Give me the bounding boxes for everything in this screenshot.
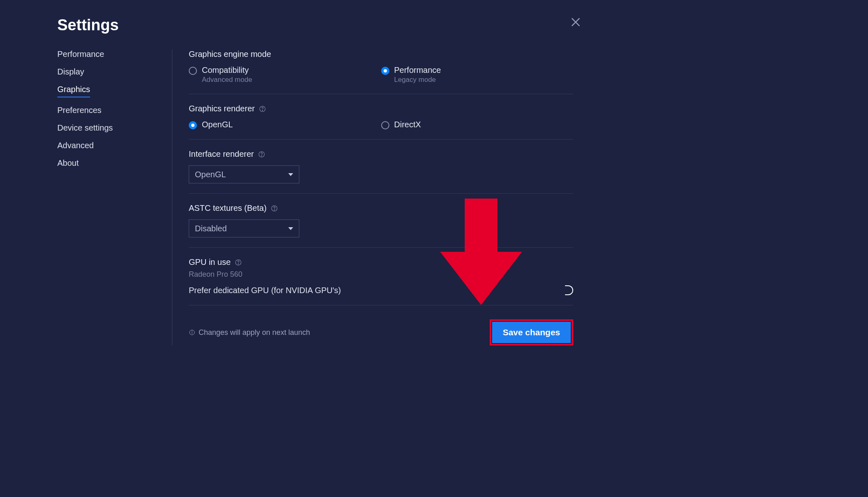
sidebar-item-performance[interactable]: Performance [57,50,104,59]
radio-label: OpenGL [202,120,233,129]
sidebar-item-graphics[interactable]: Graphics [57,85,90,97]
radio-icon [381,121,389,129]
help-icon[interactable] [235,259,242,266]
page-title: Settings [57,16,573,34]
section-gpu: GPU in use Radeon Pro 560 Prefer dedicat… [189,258,573,305]
section-interface-renderer: Interface renderer OpenGL [189,149,573,194]
annotation-highlight: Save changes [490,319,573,346]
astc-select[interactable]: Disabled [189,219,299,237]
footer-note-text: Changes will apply on next launch [199,328,310,337]
radio-label: Performance [394,66,441,75]
label: Graphics engine mode [189,50,271,59]
radio-option-directx[interactable]: DirectX [381,120,574,129]
section-title: Graphics engine mode [189,50,573,59]
radio-icon [189,121,197,129]
label: ASTC textures (Beta) [189,203,267,213]
svg-point-7 [274,210,274,210]
section-title: GPU in use [189,258,573,267]
save-button[interactable]: Save changes [492,322,571,343]
section-engine-mode: Graphics engine mode Compatibility Advan… [189,50,573,94]
svg-point-3 [262,110,263,111]
gpu-pref-toggle[interactable] [565,285,573,295]
footer-note: Changes will apply on next launch [189,328,310,337]
section-astc: ASTC textures (Beta) Disabled [189,203,573,248]
radio-icon [381,67,389,75]
info-icon [189,329,195,336]
radio-icon [189,67,197,75]
sidebar: PerformanceDisplayGraphicsPreferencesDev… [57,50,172,346]
sidebar-item-preferences[interactable]: Preferences [57,106,102,115]
section-renderer: Graphics renderer OpenGL [189,104,573,140]
chevron-down-icon [288,173,293,176]
svg-point-12 [192,331,192,331]
help-icon[interactable] [258,151,265,158]
section-title: ASTC textures (Beta) [189,203,573,213]
divider [172,50,172,346]
sidebar-item-about[interactable]: About [57,158,79,168]
radio-option-opengl[interactable]: OpenGL [189,120,381,129]
graphics-panel: Graphics engine mode Compatibility Advan… [189,50,573,346]
close-icon[interactable] [570,16,581,28]
label: GPU in use [189,258,231,267]
sidebar-item-advanced[interactable]: Advanced [57,141,94,150]
label: Interface renderer [189,149,254,159]
radio-option-compatibility[interactable]: Compatibility Advanced mode [189,66,381,84]
svg-point-5 [261,156,262,156]
sidebar-item-device-settings[interactable]: Device settings [57,123,113,133]
section-title: Interface renderer [189,149,573,159]
footer: Changes will apply on next launch Save c… [189,319,573,346]
select-value: OpenGL [195,170,226,179]
radio-sublabel: Advanced mode [202,76,252,84]
label: Graphics renderer [189,104,255,113]
gpu-value: Radeon Pro 560 [189,270,573,279]
section-title: Graphics renderer [189,104,573,113]
radio-option-performance[interactable]: Performance Legacy mode [381,66,574,84]
select-value: Disabled [195,224,227,233]
svg-point-9 [238,264,239,264]
interface-renderer-select[interactable]: OpenGL [189,165,299,183]
gpu-pref-label: Prefer dedicated GPU (for NVIDIA GPU's) [189,286,341,295]
sidebar-item-display[interactable]: Display [57,67,84,77]
radio-label: Compatibility [202,66,252,75]
radio-label: DirectX [394,120,421,129]
help-icon[interactable] [259,105,266,113]
help-icon[interactable] [271,205,278,212]
radio-sublabel: Legacy mode [394,76,441,84]
chevron-down-icon [288,227,293,230]
